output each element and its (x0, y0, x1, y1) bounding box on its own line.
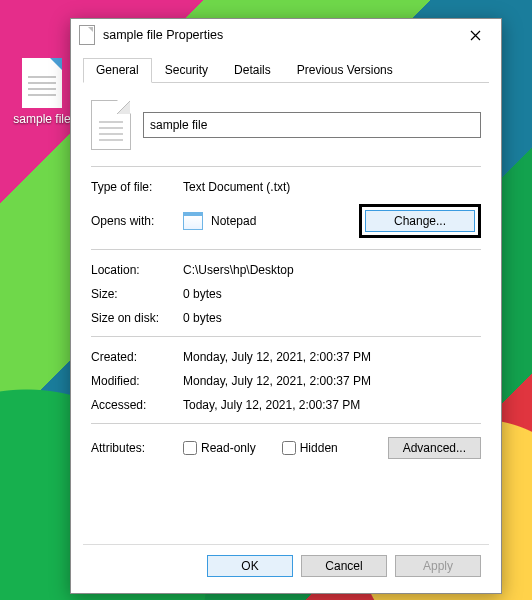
location-label: Location: (91, 263, 183, 277)
close-button[interactable] (455, 21, 495, 49)
titlebar[interactable]: sample file Properties (71, 19, 501, 51)
close-icon (470, 30, 481, 41)
desktop-file-label: sample file (10, 112, 74, 126)
modified-label: Modified: (91, 374, 183, 388)
ok-button[interactable]: OK (207, 555, 293, 577)
divider (91, 423, 481, 424)
notepad-icon (183, 212, 203, 230)
accessed-label: Accessed: (91, 398, 183, 412)
divider (91, 249, 481, 250)
properties-dialog: sample file Properties General Security … (70, 18, 502, 594)
cancel-button[interactable]: Cancel (301, 555, 387, 577)
window-title: sample file Properties (103, 28, 455, 42)
tab-previous-versions[interactable]: Previous Versions (284, 58, 406, 83)
tab-security[interactable]: Security (152, 58, 221, 83)
titlebar-file-icon (79, 25, 95, 45)
readonly-checkbox-label: Read-only (201, 441, 256, 455)
hidden-checkbox-input[interactable] (282, 441, 296, 455)
tab-general[interactable]: General (83, 58, 152, 83)
attributes-label: Attributes: (91, 441, 183, 455)
tabstrip: General Security Details Previous Versio… (83, 57, 489, 83)
hidden-checkbox-label: Hidden (300, 441, 338, 455)
type-of-file-label: Type of file: (91, 180, 183, 194)
filename-input[interactable] (143, 112, 481, 138)
text-file-icon (22, 58, 62, 108)
accessed-value: Today, July 12, 2021, 2:00:37 PM (183, 398, 481, 412)
readonly-checkbox-input[interactable] (183, 441, 197, 455)
created-label: Created: (91, 350, 183, 364)
location-value: C:\Users\hp\Desktop (183, 263, 481, 277)
general-panel: Type of file: Text Document (.txt) Opens… (83, 83, 489, 544)
file-type-icon (91, 100, 131, 150)
size-label: Size: (91, 287, 183, 301)
size-value: 0 bytes (183, 287, 481, 301)
tab-details[interactable]: Details (221, 58, 284, 83)
advanced-button[interactable]: Advanced... (388, 437, 481, 459)
change-button[interactable]: Change... (365, 210, 475, 232)
desktop-file-icon[interactable]: sample file (10, 58, 74, 126)
opens-with-value: Notepad (211, 214, 256, 228)
size-on-disk-label: Size on disk: (91, 311, 183, 325)
change-highlight-frame: Change... (359, 204, 481, 238)
divider (91, 336, 481, 337)
opens-with-label: Opens with: (91, 214, 183, 228)
size-on-disk-value: 0 bytes (183, 311, 481, 325)
apply-button[interactable]: Apply (395, 555, 481, 577)
hidden-checkbox[interactable]: Hidden (282, 441, 338, 455)
modified-value: Monday, July 12, 2021, 2:00:37 PM (183, 374, 481, 388)
created-value: Monday, July 12, 2021, 2:00:37 PM (183, 350, 481, 364)
type-of-file-value: Text Document (.txt) (183, 180, 481, 194)
readonly-checkbox[interactable]: Read-only (183, 441, 256, 455)
divider (91, 166, 481, 167)
dialog-footer: OK Cancel Apply (83, 544, 489, 583)
